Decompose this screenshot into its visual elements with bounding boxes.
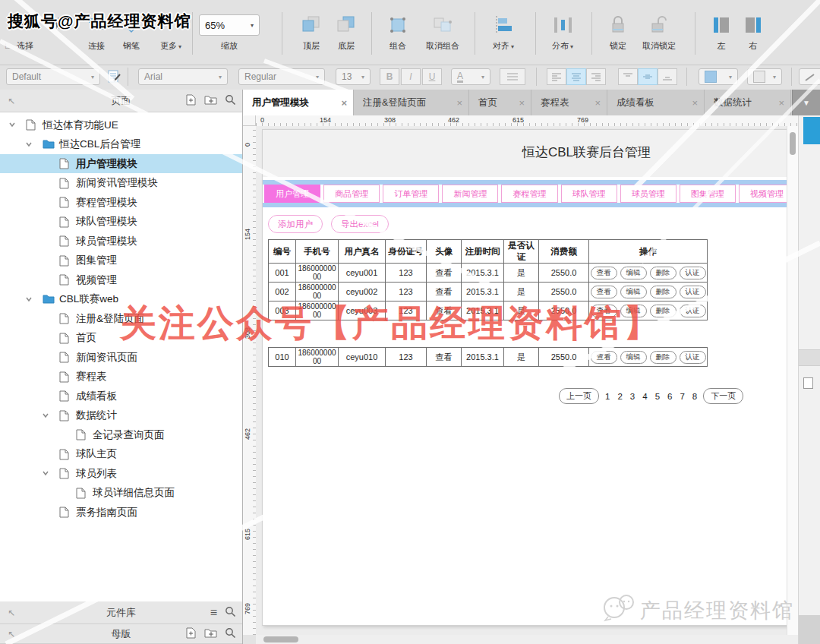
align-center-button[interactable] <box>566 68 586 85</box>
line-spacing-button[interactable] <box>500 68 525 85</box>
page-number[interactable]: 1 <box>605 392 610 401</box>
proto-nav-tab-1[interactable]: 用户管理 <box>264 185 320 203</box>
toolbar-back-button[interactable]: 底层 <box>330 12 363 58</box>
add-folder-icon[interactable] <box>204 94 217 107</box>
style-select[interactable]: Default ▾ <box>6 68 100 85</box>
sidebar-item-新闻资讯页面[interactable]: 新闻资讯页面 <box>0 348 242 367</box>
doc-tab-1[interactable]: 用户管理模块× <box>243 90 354 115</box>
chevron-down-icon[interactable] <box>8 119 17 131</box>
page-number[interactable]: 8 <box>692 392 697 401</box>
doc-tab-4[interactable]: 赛程表× <box>531 90 607 115</box>
sidebar-item-赛程管理模块[interactable]: 赛程管理模块 <box>0 193 242 212</box>
proto-nav-tab-5[interactable]: 赛程管理 <box>501 185 557 203</box>
add-folder-icon[interactable] <box>204 627 217 640</box>
add-page-icon[interactable] <box>185 627 197 641</box>
close-icon[interactable]: × <box>335 97 347 109</box>
toolbar-group-button[interactable]: 组合 <box>380 12 416 58</box>
toolbar-left-button[interactable]: 左 <box>705 12 737 58</box>
italic-button[interactable]: I <box>401 68 421 85</box>
close-icon[interactable]: × <box>450 97 462 109</box>
toolbar-distribute-button[interactable]: 分布▾ <box>542 12 583 58</box>
sidebar-item-成绩看板[interactable]: 成绩看板 <box>0 387 242 406</box>
toolbar-connect-button[interactable]: 连接 <box>79 12 114 58</box>
horizontal-scrollbar-thumb[interactable] <box>263 636 298 642</box>
toolbar-pen-button[interactable]: 钢笔 <box>114 12 149 58</box>
canvas-vertical-scrollbar[interactable] <box>787 126 798 635</box>
prototype-page[interactable]: 恒达CBL联赛后台管理 用户管理商品管理订单管理新闻管理赛程管理球队管理球员管理… <box>262 129 797 626</box>
row-action-button[interactable]: 编辑 <box>620 267 647 279</box>
proto-nav-tab-7[interactable]: 球员管理 <box>620 185 676 203</box>
zoom-level-select[interactable]: 65%▾ <box>199 14 260 36</box>
page-number[interactable]: 5 <box>655 392 660 401</box>
sidebar-item-恒达CBL后台管理[interactable]: 恒达CBL后台管理 <box>0 135 242 154</box>
doc-tab-2[interactable]: 注册&登陆页面× <box>354 90 469 115</box>
sidebar-item-用户管理模块[interactable]: 用户管理模块 <box>0 154 242 173</box>
font-size-select[interactable]: 13 ▾ <box>336 68 371 85</box>
sidebar-item-球队主页[interactable]: 球队主页 <box>0 445 242 464</box>
sidebar-item-球员列表[interactable]: 球员列表 <box>0 464 242 483</box>
menu-icon[interactable]: ≡ <box>210 607 217 619</box>
doc-tab-6[interactable]: 数据统计× <box>705 90 791 115</box>
toolbar-select-button[interactable]: 选择 <box>6 12 44 58</box>
row-action-button[interactable]: 查看 <box>591 267 617 279</box>
search-icon[interactable] <box>225 606 236 620</box>
proto-nav-tab-6[interactable]: 球队管理 <box>561 185 617 203</box>
toolbar-lock-button[interactable]: 锁定 <box>601 12 636 58</box>
page-number[interactable]: 7 <box>680 392 684 401</box>
sidebar-item-首页[interactable]: 首页 <box>0 329 242 348</box>
sidebar-item-CBL联赛web[interactable]: CBL联赛web <box>0 290 242 309</box>
close-icon[interactable]: × <box>686 97 698 109</box>
add-page-icon[interactable] <box>185 94 197 108</box>
sidebar-item-新闻资讯管理模块[interactable]: 新闻资讯管理模块 <box>0 174 242 193</box>
export-excel-button[interactable]: 导出excel <box>331 215 389 233</box>
sidebar-item-球队管理模块[interactable]: 球队管理模块 <box>0 213 242 232</box>
row-action-button[interactable]: 查看 <box>591 286 617 298</box>
toolbar-front-button[interactable]: 顶层 <box>295 12 328 58</box>
prev-page-button[interactable]: 上一页 <box>559 388 599 404</box>
underline-button[interactable]: U <box>422 68 442 85</box>
align-right-button[interactable] <box>586 68 606 85</box>
sidebar-item-赛程表[interactable]: 赛程表 <box>0 368 242 387</box>
align-left-button[interactable] <box>547 68 566 85</box>
row-action-button[interactable]: 认证 <box>680 267 706 279</box>
proto-nav-tab-8[interactable]: 图集管理 <box>680 185 736 203</box>
line-color-button[interactable]: ▾ <box>747 68 782 85</box>
chevron-down-icon[interactable] <box>24 139 33 150</box>
row-action-button[interactable]: 认证 <box>680 351 706 364</box>
font-weight-select[interactable]: Regular ▾ <box>238 68 325 85</box>
chevron-down-icon[interactable] <box>41 468 50 479</box>
sidebar-item-视频管理[interactable]: 视频管理 <box>0 270 242 289</box>
close-icon[interactable]: × <box>588 97 601 109</box>
tab-overflow-button[interactable]: ▼ <box>792 90 820 115</box>
close-icon[interactable]: × <box>772 97 784 109</box>
close-icon[interactable]: × <box>512 97 525 109</box>
fill-color-button[interactable]: ▾ <box>699 68 738 85</box>
sidebar-item-球员管理模块[interactable]: 球员管理模块 <box>0 232 242 251</box>
proto-nav-tab-4[interactable]: 新闻管理 <box>442 185 498 203</box>
proto-nav-tab-2[interactable]: 商品管理 <box>323 185 380 203</box>
doc-tab-5[interactable]: 成绩看板× <box>607 90 705 115</box>
canvas-horizontal-scrollbar[interactable] <box>256 635 799 644</box>
valign-top-button[interactable] <box>618 68 638 85</box>
valign-middle-button[interactable] <box>638 68 658 85</box>
avatar-view-link[interactable]: 查看 <box>427 283 462 301</box>
row-action-button[interactable]: 删除 <box>650 286 676 298</box>
doc-tab-3[interactable]: 首页× <box>469 90 531 115</box>
page-number[interactable]: 4 <box>642 392 647 401</box>
sidebar-item-数据统计[interactable]: 数据统计 <box>0 406 242 425</box>
toolbar-right-button[interactable]: 右 <box>737 12 769 58</box>
edit-style-icon[interactable] <box>108 69 121 86</box>
sidebar-item-恒达体育功能UE[interactable]: 恒达体育功能UE <box>0 115 242 134</box>
page-number[interactable]: 6 <box>667 392 672 401</box>
toolbar-selectmode-button[interactable] <box>46 12 76 58</box>
sidebar-item-注册&登陆页面[interactable]: 注册&登陆页面 <box>0 309 242 328</box>
font-family-select[interactable]: Arial ▾ <box>138 68 228 85</box>
proto-nav-tab-3[interactable]: 订单管理 <box>383 185 439 203</box>
search-icon[interactable] <box>225 627 236 641</box>
avatar-view-link[interactable]: 查看 <box>427 348 462 367</box>
row-action-button[interactable]: 编辑 <box>620 351 647 364</box>
bold-button[interactable]: B <box>380 68 399 85</box>
sidebar-item-票务指南页面[interactable]: 票务指南页面 <box>0 503 242 522</box>
row-action-button[interactable]: 认证 <box>680 286 706 298</box>
next-page-button[interactable]: 下一页 <box>703 388 743 404</box>
